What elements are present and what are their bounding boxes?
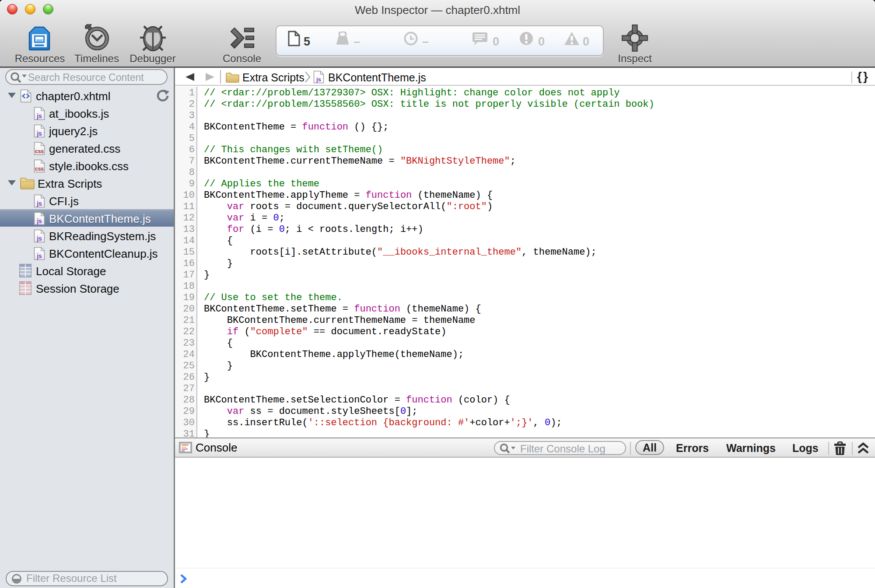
svg-text:js: js: [36, 235, 42, 242]
svg-text:css: css: [35, 166, 44, 172]
svg-text:css: css: [35, 148, 44, 154]
svg-text:js: js: [36, 130, 42, 137]
svg-text:js: js: [36, 217, 42, 224]
svg-text:js: js: [36, 252, 42, 259]
svg-text:js: js: [36, 200, 42, 207]
svg-text:js: js: [36, 112, 42, 119]
svg-text:js: js: [316, 76, 321, 83]
